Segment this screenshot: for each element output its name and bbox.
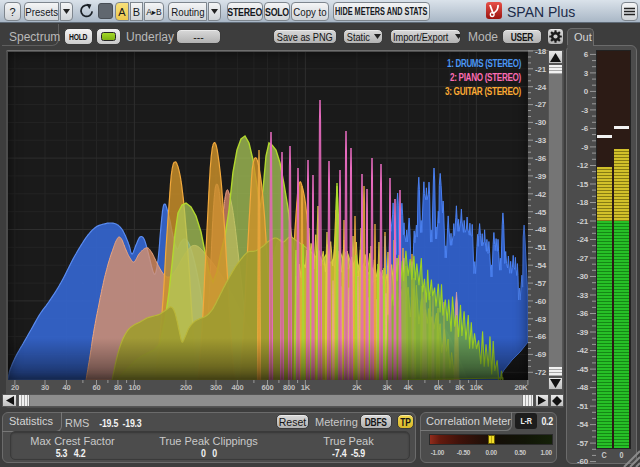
svg-text:-15: -15: [577, 180, 589, 189]
svg-text:8K: 8K: [455, 383, 465, 392]
svg-text:-21: -21: [535, 65, 547, 74]
svg-text:-60: -60: [535, 297, 547, 306]
svg-text:-18: -18: [577, 198, 589, 207]
svg-text:-30: -30: [535, 118, 547, 127]
svg-text:-69: -69: [535, 350, 547, 359]
svg-text:-9: -9: [581, 143, 588, 152]
svg-text:1: DRUMS (STEREO): 1: DRUMS (STEREO): [447, 57, 521, 69]
svg-text:10K: 10K: [470, 383, 484, 392]
svg-text:40: 40: [62, 383, 70, 392]
svg-text:3: GUITAR (STEREO): 3: GUITAR (STEREO): [445, 85, 521, 97]
svg-text:400: 400: [231, 383, 243, 392]
svg-text:-36: -36: [535, 154, 547, 163]
svg-text:-12: -12: [577, 161, 589, 170]
svg-text:6K: 6K: [434, 383, 444, 392]
svg-text:-36: -36: [577, 309, 589, 318]
svg-text:-57: -57: [535, 279, 547, 288]
svg-text:4K: 4K: [404, 383, 414, 392]
svg-text:-51: -51: [577, 402, 589, 411]
svg-text:-33: -33: [535, 136, 547, 145]
svg-text:-66: -66: [535, 332, 547, 341]
svg-text:-45: -45: [535, 208, 547, 217]
svg-text:-42: -42: [535, 190, 547, 199]
svg-text:30: 30: [41, 383, 49, 392]
svg-text:-24: -24: [577, 235, 589, 244]
svg-text:-48: -48: [535, 225, 547, 234]
svg-text:200: 200: [180, 383, 192, 392]
svg-text:20: 20: [11, 383, 19, 392]
svg-text:80: 80: [114, 383, 122, 392]
svg-text:-18: -18: [535, 47, 547, 56]
svg-text:-21: -21: [577, 217, 589, 226]
svg-text:-24: -24: [535, 83, 547, 92]
svg-text:-39: -39: [577, 328, 589, 337]
svg-text:-30: -30: [577, 272, 589, 281]
svg-text:-27: -27: [535, 100, 547, 109]
svg-text:300: 300: [210, 383, 222, 392]
svg-text:-42: -42: [577, 346, 589, 355]
svg-text:6: 6: [584, 50, 589, 59]
svg-text:-33: -33: [577, 291, 589, 300]
svg-text:-60: -60: [577, 457, 589, 466]
svg-text:1K: 1K: [301, 383, 311, 392]
svg-text:-72: -72: [535, 368, 547, 377]
svg-text:800: 800: [283, 383, 295, 392]
svg-text:-57: -57: [577, 439, 589, 448]
svg-text:2K: 2K: [352, 383, 362, 392]
svg-text:-27: -27: [577, 254, 589, 263]
svg-text:100: 100: [128, 383, 140, 392]
svg-text:-48: -48: [577, 383, 589, 392]
svg-text:-3: -3: [581, 106, 588, 115]
svg-text:60: 60: [93, 383, 101, 392]
svg-text:-45: -45: [577, 365, 589, 374]
svg-text:20K: 20K: [514, 383, 528, 392]
svg-text:-39: -39: [535, 172, 547, 181]
svg-text:-6: -6: [581, 124, 588, 133]
svg-text:600: 600: [262, 383, 274, 392]
svg-text:2: PIANO (STEREO): 2: PIANO (STEREO): [450, 71, 521, 83]
svg-text:3: 3: [584, 69, 589, 78]
svg-text:-54: -54: [535, 261, 547, 270]
svg-text:-54: -54: [577, 420, 589, 429]
svg-text:-63: -63: [535, 315, 547, 324]
svg-text:0: 0: [584, 87, 589, 96]
svg-text:3K: 3K: [382, 383, 392, 392]
svg-text:-51: -51: [535, 243, 547, 252]
